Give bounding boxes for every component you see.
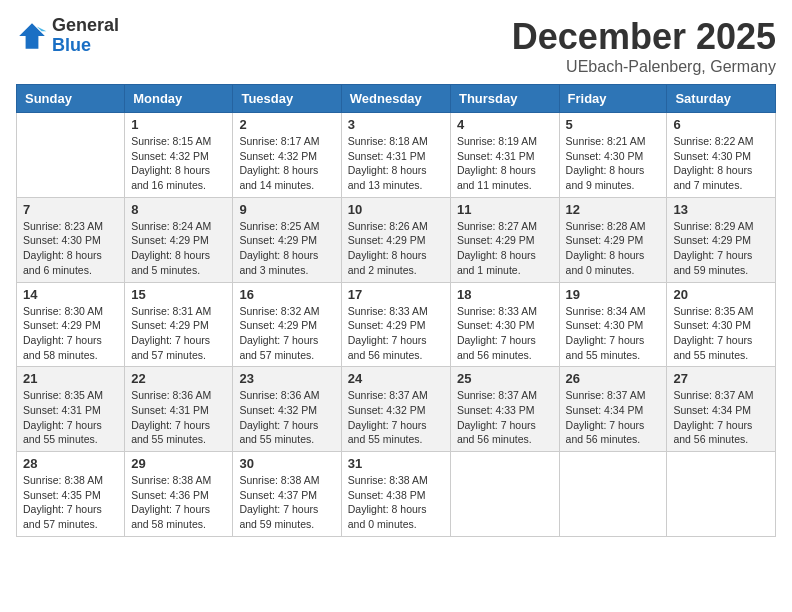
- day-info: Sunrise: 8:38 AMSunset: 4:36 PMDaylight:…: [131, 473, 226, 532]
- day-number: 28: [23, 456, 118, 471]
- day-info: Sunrise: 8:35 AMSunset: 4:31 PMDaylight:…: [23, 388, 118, 447]
- day-number: 7: [23, 202, 118, 217]
- day-info: Sunrise: 8:38 AMSunset: 4:35 PMDaylight:…: [23, 473, 118, 532]
- day-number: 5: [566, 117, 661, 132]
- day-info: Sunrise: 8:23 AMSunset: 4:30 PMDaylight:…: [23, 219, 118, 278]
- day-number: 30: [239, 456, 334, 471]
- calendar-cell: 3Sunrise: 8:18 AMSunset: 4:31 PMDaylight…: [341, 113, 450, 198]
- day-number: 27: [673, 371, 769, 386]
- day-info: Sunrise: 8:17 AMSunset: 4:32 PMDaylight:…: [239, 134, 334, 193]
- calendar-cell: 28Sunrise: 8:38 AMSunset: 4:35 PMDayligh…: [17, 452, 125, 537]
- calendar-cell: 1Sunrise: 8:15 AMSunset: 4:32 PMDaylight…: [125, 113, 233, 198]
- weekday-header: Friday: [559, 85, 667, 113]
- calendar-cell: 12Sunrise: 8:28 AMSunset: 4:29 PMDayligh…: [559, 197, 667, 282]
- calendar-cell: 24Sunrise: 8:37 AMSunset: 4:32 PMDayligh…: [341, 367, 450, 452]
- calendar-week-row: 7Sunrise: 8:23 AMSunset: 4:30 PMDaylight…: [17, 197, 776, 282]
- day-number: 9: [239, 202, 334, 217]
- calendar-cell: 2Sunrise: 8:17 AMSunset: 4:32 PMDaylight…: [233, 113, 341, 198]
- calendar-cell: [667, 452, 776, 537]
- day-info: Sunrise: 8:30 AMSunset: 4:29 PMDaylight:…: [23, 304, 118, 363]
- calendar-cell: 6Sunrise: 8:22 AMSunset: 4:30 PMDaylight…: [667, 113, 776, 198]
- calendar-cell: 4Sunrise: 8:19 AMSunset: 4:31 PMDaylight…: [450, 113, 559, 198]
- calendar-cell: 22Sunrise: 8:36 AMSunset: 4:31 PMDayligh…: [125, 367, 233, 452]
- calendar-cell: 19Sunrise: 8:34 AMSunset: 4:30 PMDayligh…: [559, 282, 667, 367]
- day-info: Sunrise: 8:36 AMSunset: 4:31 PMDaylight:…: [131, 388, 226, 447]
- svg-marker-0: [19, 23, 45, 49]
- day-info: Sunrise: 8:33 AMSunset: 4:29 PMDaylight:…: [348, 304, 444, 363]
- day-info: Sunrise: 8:37 AMSunset: 4:32 PMDaylight:…: [348, 388, 444, 447]
- day-info: Sunrise: 8:28 AMSunset: 4:29 PMDaylight:…: [566, 219, 661, 278]
- calendar-cell: 11Sunrise: 8:27 AMSunset: 4:29 PMDayligh…: [450, 197, 559, 282]
- day-info: Sunrise: 8:33 AMSunset: 4:30 PMDaylight:…: [457, 304, 553, 363]
- day-number: 18: [457, 287, 553, 302]
- calendar-week-row: 28Sunrise: 8:38 AMSunset: 4:35 PMDayligh…: [17, 452, 776, 537]
- day-info: Sunrise: 8:15 AMSunset: 4:32 PMDaylight:…: [131, 134, 226, 193]
- day-number: 23: [239, 371, 334, 386]
- day-info: Sunrise: 8:35 AMSunset: 4:30 PMDaylight:…: [673, 304, 769, 363]
- day-info: Sunrise: 8:37 AMSunset: 4:34 PMDaylight:…: [566, 388, 661, 447]
- day-number: 22: [131, 371, 226, 386]
- calendar-cell: 14Sunrise: 8:30 AMSunset: 4:29 PMDayligh…: [17, 282, 125, 367]
- day-info: Sunrise: 8:37 AMSunset: 4:34 PMDaylight:…: [673, 388, 769, 447]
- calendar-header-row: SundayMondayTuesdayWednesdayThursdayFrid…: [17, 85, 776, 113]
- logo-general: General: [52, 16, 119, 36]
- day-info: Sunrise: 8:24 AMSunset: 4:29 PMDaylight:…: [131, 219, 226, 278]
- day-number: 4: [457, 117, 553, 132]
- day-number: 25: [457, 371, 553, 386]
- calendar-cell: 31Sunrise: 8:38 AMSunset: 4:38 PMDayligh…: [341, 452, 450, 537]
- day-info: Sunrise: 8:26 AMSunset: 4:29 PMDaylight:…: [348, 219, 444, 278]
- day-number: 29: [131, 456, 226, 471]
- calendar-cell: 8Sunrise: 8:24 AMSunset: 4:29 PMDaylight…: [125, 197, 233, 282]
- weekday-header: Monday: [125, 85, 233, 113]
- day-number: 17: [348, 287, 444, 302]
- weekday-header: Wednesday: [341, 85, 450, 113]
- calendar-cell: [559, 452, 667, 537]
- calendar-cell: 9Sunrise: 8:25 AMSunset: 4:29 PMDaylight…: [233, 197, 341, 282]
- calendar-cell: 7Sunrise: 8:23 AMSunset: 4:30 PMDaylight…: [17, 197, 125, 282]
- day-info: Sunrise: 8:19 AMSunset: 4:31 PMDaylight:…: [457, 134, 553, 193]
- calendar-cell: [450, 452, 559, 537]
- weekday-header: Tuesday: [233, 85, 341, 113]
- day-info: Sunrise: 8:32 AMSunset: 4:29 PMDaylight:…: [239, 304, 334, 363]
- day-info: Sunrise: 8:22 AMSunset: 4:30 PMDaylight:…: [673, 134, 769, 193]
- day-number: 10: [348, 202, 444, 217]
- page-header: General Blue December 2025 UEbach-Palenb…: [16, 16, 776, 76]
- calendar-cell: 26Sunrise: 8:37 AMSunset: 4:34 PMDayligh…: [559, 367, 667, 452]
- day-info: Sunrise: 8:31 AMSunset: 4:29 PMDaylight:…: [131, 304, 226, 363]
- day-info: Sunrise: 8:38 AMSunset: 4:37 PMDaylight:…: [239, 473, 334, 532]
- day-number: 24: [348, 371, 444, 386]
- day-number: 31: [348, 456, 444, 471]
- calendar-cell: 25Sunrise: 8:37 AMSunset: 4:33 PMDayligh…: [450, 367, 559, 452]
- day-number: 21: [23, 371, 118, 386]
- weekday-header: Sunday: [17, 85, 125, 113]
- day-info: Sunrise: 8:18 AMSunset: 4:31 PMDaylight:…: [348, 134, 444, 193]
- day-info: Sunrise: 8:21 AMSunset: 4:30 PMDaylight:…: [566, 134, 661, 193]
- day-info: Sunrise: 8:34 AMSunset: 4:30 PMDaylight:…: [566, 304, 661, 363]
- day-number: 1: [131, 117, 226, 132]
- calendar-cell: 21Sunrise: 8:35 AMSunset: 4:31 PMDayligh…: [17, 367, 125, 452]
- location: UEbach-Palenberg, Germany: [512, 58, 776, 76]
- day-info: Sunrise: 8:37 AMSunset: 4:33 PMDaylight:…: [457, 388, 553, 447]
- day-number: 3: [348, 117, 444, 132]
- calendar-cell: 15Sunrise: 8:31 AMSunset: 4:29 PMDayligh…: [125, 282, 233, 367]
- day-number: 12: [566, 202, 661, 217]
- calendar-cell: 13Sunrise: 8:29 AMSunset: 4:29 PMDayligh…: [667, 197, 776, 282]
- logo-blue: Blue: [52, 36, 119, 56]
- logo-text: General Blue: [52, 16, 119, 56]
- calendar-cell: 27Sunrise: 8:37 AMSunset: 4:34 PMDayligh…: [667, 367, 776, 452]
- day-number: 2: [239, 117, 334, 132]
- logo-icon: [16, 20, 48, 52]
- calendar-week-row: 21Sunrise: 8:35 AMSunset: 4:31 PMDayligh…: [17, 367, 776, 452]
- logo: General Blue: [16, 16, 119, 56]
- day-number: 19: [566, 287, 661, 302]
- calendar-cell: 5Sunrise: 8:21 AMSunset: 4:30 PMDaylight…: [559, 113, 667, 198]
- day-info: Sunrise: 8:27 AMSunset: 4:29 PMDaylight:…: [457, 219, 553, 278]
- calendar-cell: 20Sunrise: 8:35 AMSunset: 4:30 PMDayligh…: [667, 282, 776, 367]
- weekday-header: Saturday: [667, 85, 776, 113]
- day-number: 20: [673, 287, 769, 302]
- calendar-table: SundayMondayTuesdayWednesdayThursdayFrid…: [16, 84, 776, 537]
- calendar-week-row: 1Sunrise: 8:15 AMSunset: 4:32 PMDaylight…: [17, 113, 776, 198]
- calendar-week-row: 14Sunrise: 8:30 AMSunset: 4:29 PMDayligh…: [17, 282, 776, 367]
- weekday-header: Thursday: [450, 85, 559, 113]
- month-title: December 2025: [512, 16, 776, 58]
